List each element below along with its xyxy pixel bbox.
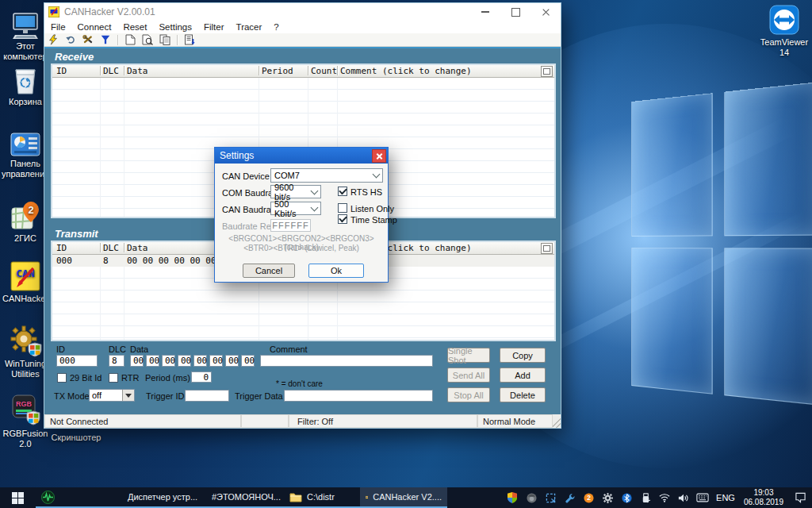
start-button[interactable] bbox=[0, 487, 36, 508]
action-center-button[interactable] bbox=[788, 487, 812, 508]
data-byte-2[interactable]: 00 bbox=[162, 355, 175, 367]
data-byte-3[interactable]: 00 bbox=[178, 355, 191, 367]
period-input[interactable]: 0 bbox=[191, 371, 212, 383]
send-all-button[interactable]: Send All bbox=[447, 368, 490, 383]
wrench-icon bbox=[565, 493, 575, 503]
com-baudrate-select[interactable]: 9600 bit/s bbox=[270, 185, 321, 198]
baudrate-reg-input[interactable]: FFFFFF bbox=[270, 219, 311, 232]
maximize-button[interactable] bbox=[504, 4, 527, 20]
tray-avatar[interactable] bbox=[522, 487, 541, 508]
desktop-icon-screenshoter[interactable]: Скриншотер bbox=[48, 433, 105, 443]
settings-dialog-title: Settings bbox=[220, 150, 254, 161]
maximize-icon bbox=[511, 8, 520, 17]
delete-button[interactable]: Delete bbox=[500, 387, 546, 402]
listen-only-checkbox[interactable] bbox=[338, 203, 347, 213]
menu-tracer[interactable]: Tracer bbox=[236, 22, 262, 32]
receive-header-corner-button[interactable] bbox=[541, 66, 553, 77]
copy-button-toolbar[interactable] bbox=[156, 33, 174, 46]
menubar: File Connect Reset Settings Filter Trace… bbox=[44, 21, 561, 33]
add-button[interactable]: Add bbox=[500, 368, 546, 383]
print-preview-button[interactable] bbox=[139, 33, 156, 46]
print-preview-icon bbox=[142, 34, 153, 45]
menu-help[interactable]: ? bbox=[274, 22, 278, 32]
receive-col-comment[interactable]: Comment (click to change) bbox=[340, 66, 472, 76]
keyboard-icon bbox=[696, 493, 709, 502]
menu-settings[interactable]: Settings bbox=[159, 22, 192, 32]
data-byte-1[interactable]: 00 bbox=[146, 355, 159, 367]
taskbar-button-explorer[interactable]: C:\distr bbox=[284, 487, 360, 508]
settings-close-button[interactable] bbox=[372, 149, 386, 163]
taskbar-button-label: #ЭТОМОЯНОЧ... bbox=[212, 492, 281, 502]
receive-col-id[interactable]: ID bbox=[56, 66, 67, 76]
tray-wrench[interactable] bbox=[560, 487, 579, 508]
copy-button[interactable]: Copy bbox=[500, 348, 546, 363]
cancel-button[interactable]: Cancel bbox=[243, 264, 295, 278]
desktop-icon-label: RGBFusion 2.0 bbox=[0, 429, 51, 449]
settings-dialog: Settings CAN Device COM7 COM Baudrate 96… bbox=[214, 147, 389, 283]
transmit-header-corner-button[interactable] bbox=[541, 243, 553, 254]
tray-snip-tool[interactable] bbox=[541, 487, 560, 508]
wifi-icon bbox=[659, 493, 670, 502]
export-button[interactable] bbox=[181, 33, 198, 46]
new-file-button[interactable] bbox=[121, 33, 139, 46]
menu-file[interactable]: File bbox=[51, 22, 66, 32]
tray-defender[interactable] bbox=[503, 487, 522, 508]
trigger-id-input[interactable] bbox=[185, 390, 229, 402]
data-byte-5[interactable]: 00 bbox=[209, 355, 223, 367]
menu-reset[interactable]: Reset bbox=[123, 22, 147, 32]
taskbar-app-wave[interactable] bbox=[36, 487, 117, 508]
id-input[interactable]: 000 bbox=[56, 355, 98, 367]
taskbar-button-canhacker[interactable]: CANHacker V2.... bbox=[360, 487, 447, 508]
tray-usb-device[interactable] bbox=[636, 487, 655, 508]
tray-keyboard[interactable] bbox=[693, 487, 712, 508]
receive-col-period[interactable]: Period bbox=[262, 66, 293, 76]
receive-col-data[interactable]: Data bbox=[127, 66, 148, 76]
data-byte-4[interactable]: 00 bbox=[193, 355, 207, 367]
time-stamp-checkbox[interactable] bbox=[338, 214, 347, 224]
single-shot-button[interactable]: Single Shot bbox=[447, 348, 490, 363]
rtr-checkbox[interactable] bbox=[109, 373, 118, 383]
comment-input[interactable] bbox=[260, 355, 433, 367]
tray-wifi[interactable] bbox=[655, 487, 674, 508]
minimize-button[interactable] bbox=[473, 4, 497, 20]
can-baudrate-select[interactable]: 500 Kbit/s bbox=[270, 202, 321, 215]
transmit-col-dlc[interactable]: DLC bbox=[103, 243, 119, 253]
29bit-checkbox[interactable] bbox=[57, 373, 67, 383]
window-title: CANHacker V2.00.01 bbox=[64, 6, 155, 17]
tray-gear[interactable] bbox=[598, 487, 617, 508]
window-titlebar[interactable]: CANHacker V2.00.01 bbox=[44, 3, 561, 21]
taskbar-button-device-manager[interactable]: Диспетчер устр... bbox=[117, 487, 201, 508]
stop-all-button[interactable]: Stop All bbox=[447, 387, 490, 402]
receive-col-count[interactable]: Count bbox=[311, 66, 337, 76]
can-device-select[interactable]: COM7 bbox=[270, 168, 383, 183]
rts-hs-checkbox[interactable] bbox=[338, 187, 347, 196]
time-stamp-label: Time Stamp bbox=[350, 215, 397, 225]
close-icon bbox=[542, 8, 550, 17]
close-button[interactable] bbox=[534, 4, 557, 20]
settings-dialog-titlebar[interactable]: Settings bbox=[215, 148, 388, 164]
taskbar-button-game[interactable]: #ЭТОМОЯНОЧ... bbox=[201, 487, 284, 508]
transmit-col-data[interactable]: Data bbox=[127, 243, 148, 253]
trigger-data-input[interactable] bbox=[284, 390, 433, 402]
receive-col-dlc[interactable]: DLC bbox=[103, 66, 119, 76]
menu-connect[interactable]: Connect bbox=[78, 22, 112, 32]
data-byte-0[interactable]: 00 bbox=[130, 355, 144, 367]
data-byte-6[interactable]: 00 bbox=[225, 355, 239, 367]
dlc-input[interactable]: 8 bbox=[109, 355, 124, 367]
tray-bluetooth[interactable] bbox=[617, 487, 636, 508]
txmode-select[interactable]: off bbox=[89, 389, 135, 402]
reset-button[interactable] bbox=[62, 33, 79, 46]
tray-volume[interactable] bbox=[674, 487, 693, 508]
filter-button[interactable] bbox=[97, 33, 114, 46]
desktop-icon-teamviewer[interactable]: TeamViewer 14 bbox=[758, 4, 810, 58]
tray-2gis[interactable]: 2 bbox=[579, 487, 598, 508]
ok-button[interactable]: Ok bbox=[308, 264, 364, 278]
resize-grip[interactable] bbox=[553, 414, 561, 428]
language-indicator[interactable]: ENG bbox=[712, 487, 739, 508]
data-byte-7[interactable]: 00 bbox=[241, 355, 255, 367]
menu-filter[interactable]: Filter bbox=[204, 22, 224, 32]
clock[interactable]: 19:03 06.08.2019 bbox=[739, 487, 788, 508]
transmit-col-id[interactable]: ID bbox=[56, 243, 67, 253]
settings-button[interactable] bbox=[79, 33, 97, 46]
connect-button[interactable] bbox=[44, 33, 62, 46]
